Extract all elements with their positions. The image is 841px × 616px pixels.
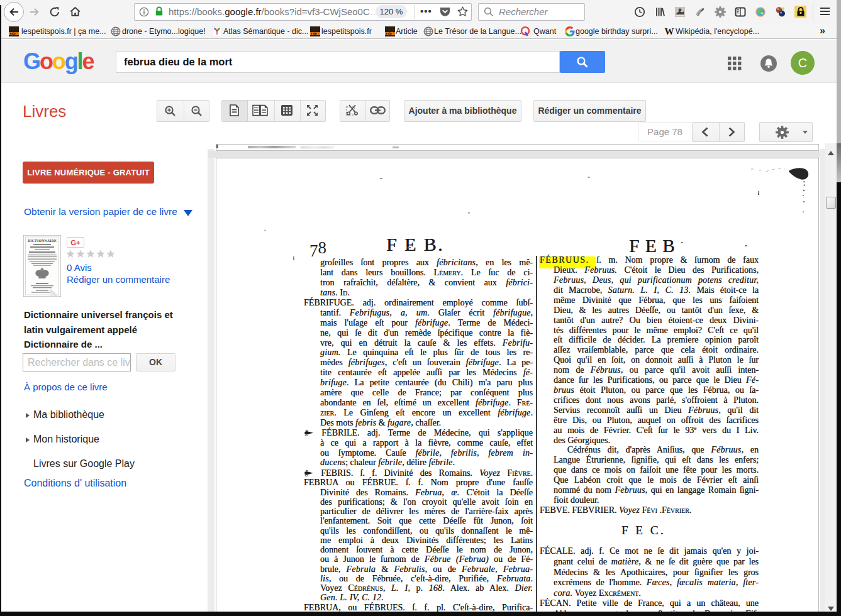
- svg-text:DICTIONNAIRE: DICTIONNAIRE: [28, 239, 57, 243]
